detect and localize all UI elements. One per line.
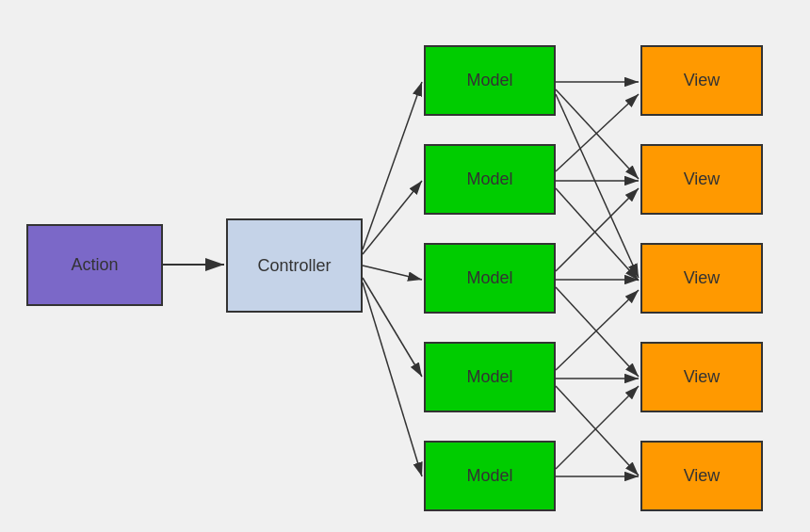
view-box-5: View	[640, 441, 763, 511]
controller-label: Controller	[257, 256, 331, 276]
view-label-4: View	[684, 367, 721, 387]
ctrl-to-model1-arrow	[363, 82, 422, 250]
m1-to-v3-arrow	[556, 94, 639, 278]
view-label-5: View	[684, 466, 721, 486]
ctrl-to-model2-arrow	[363, 181, 422, 254]
model-box-5: Model	[424, 441, 556, 511]
model-box-2: Model	[424, 144, 556, 215]
m5-to-v4-arrow	[556, 386, 639, 469]
view-label-3: View	[684, 268, 721, 288]
model-box-3: Model	[424, 243, 556, 314]
m2-to-v1-arrow	[556, 94, 639, 171]
m3-to-v4-arrow	[556, 287, 639, 377]
view-label-2: View	[684, 169, 721, 189]
m1-to-v2-arrow	[556, 89, 639, 179]
m4-to-v5-arrow	[556, 386, 639, 476]
m2-to-v3-arrow	[556, 188, 639, 281]
action-label: Action	[71, 255, 118, 275]
model-box-1: Model	[424, 45, 556, 116]
view-box-1: View	[640, 45, 763, 116]
model-label-5: Model	[466, 466, 512, 486]
ctrl-to-model4-arrow	[363, 278, 422, 377]
view-box-3: View	[640, 243, 763, 314]
view-label-1: View	[684, 71, 721, 90]
model-label-3: Model	[466, 268, 512, 288]
view-box-4: View	[640, 342, 763, 412]
model-box-4: Model	[424, 342, 556, 412]
m3-to-v2-arrow	[556, 188, 639, 271]
controller-box: Controller	[226, 218, 363, 313]
view-box-2: View	[640, 144, 763, 215]
diagram-container: Action Controller Model Model Model Mode…	[0, 0, 810, 532]
m4-to-v3-arrow	[556, 290, 639, 370]
model-label-2: Model	[466, 169, 512, 189]
ctrl-to-model5-arrow	[363, 282, 422, 476]
ctrl-to-model3-arrow	[363, 266, 422, 280]
model-label-4: Model	[466, 367, 512, 387]
model-label-1: Model	[466, 71, 512, 90]
action-box: Action	[26, 224, 163, 306]
